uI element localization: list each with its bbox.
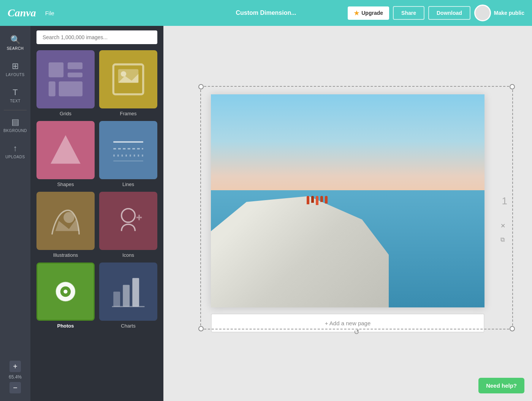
photo-figures — [307, 196, 328, 205]
canvas-area[interactable]: ↺ 1 ✕ ⧉ + Add a new page — [163, 26, 532, 401]
sidebar-item-text[interactable]: T TEXT — [0, 82, 30, 108]
figure-4 — [320, 196, 323, 202]
svg-rect-1 — [68, 62, 82, 69]
svg-rect-19 — [123, 285, 130, 307]
shapes-thumbnail — [36, 121, 95, 179]
photos-label: Photos — [57, 323, 74, 329]
main-layout: 🔍 SEARCH ⊞ LAYOUTS T TEXT ▤ BKGROUND ↑ U… — [0, 26, 532, 401]
add-page-button[interactable]: + Add a new page — [211, 313, 484, 333]
panel-item-lines[interactable]: Lines — [99, 121, 157, 187]
icon-sidebar: 🔍 SEARCH ⊞ LAYOUTS T TEXT ▤ BKGROUND ↑ U… — [0, 26, 30, 401]
sidebar-divider — [4, 110, 27, 110]
download-button[interactable]: Download — [428, 6, 470, 20]
panel-item-icons[interactable]: Icons — [99, 192, 157, 258]
canva-logo: Canva — [8, 7, 36, 19]
search-icon: 🔍 — [10, 35, 21, 45]
panel-item-grids[interactable]: Grids — [36, 50, 95, 116]
star-icon: ★ — [354, 10, 359, 17]
share-button[interactable]: Share — [393, 6, 424, 20]
uploads-icon: ↑ — [13, 143, 17, 153]
handle-top-right[interactable] — [510, 84, 515, 89]
file-menu[interactable]: File — [45, 10, 54, 16]
header: Canva File Custom Dimension... ★ Upgrade… — [0, 0, 532, 26]
search-input[interactable] — [36, 30, 157, 44]
svg-marker-8 — [51, 135, 81, 164]
background-icon: ▤ — [11, 117, 19, 127]
sidebar-item-layouts[interactable]: ⊞ LAYOUTS — [0, 56, 30, 82]
figure-5 — [325, 196, 328, 204]
canvas-right-tools: ✕ ⧉ — [500, 222, 505, 243]
header-actions: ★ Upgrade Share Download Make public — [348, 5, 524, 21]
canvas-tool-copy[interactable]: ⧉ — [500, 236, 505, 243]
svg-point-17 — [63, 290, 67, 293]
sidebar-item-search[interactable]: 🔍 SEARCH — [0, 30, 30, 56]
panel-item-frames[interactable]: Frames — [99, 50, 157, 116]
zoom-section: + 65.4% − — [9, 361, 22, 401]
handle-bottom-left[interactable] — [198, 326, 204, 331]
handle-bottom-right[interactable] — [510, 326, 515, 331]
illustrations-label: Illustrations — [53, 252, 78, 258]
upgrade-button[interactable]: ★ Upgrade — [348, 6, 389, 20]
charts-label: Charts — [121, 323, 135, 329]
svg-rect-0 — [49, 62, 63, 77]
document-title[interactable]: Custom Dimension... — [236, 10, 296, 16]
make-public-button[interactable]: Make public — [474, 5, 524, 21]
handle-top-left[interactable] — [198, 84, 204, 89]
frames-label: Frames — [120, 111, 136, 116]
text-icon: T — [13, 88, 17, 97]
svg-point-7 — [121, 71, 126, 76]
lines-label: Lines — [122, 181, 134, 187]
design-canvas[interactable]: ↺ 1 ✕ ⧉ — [211, 94, 484, 307]
illustrations-thumbnail — [36, 192, 95, 250]
panel-item-charts[interactable]: Charts — [99, 263, 157, 329]
svg-rect-2 — [68, 73, 82, 77]
zoom-value: 65.4% — [9, 374, 22, 380]
icons-thumbnail — [99, 192, 157, 250]
panel-item-photos[interactable]: Photos — [36, 263, 95, 329]
toggle-icon — [474, 5, 491, 21]
canvas-tool-delete[interactable]: ✕ — [500, 222, 505, 229]
panel-item-shapes[interactable]: Shapes — [36, 121, 95, 187]
svg-rect-4 — [59, 81, 82, 96]
zoom-out-button[interactable]: − — [10, 382, 21, 393]
page-number: 1 — [502, 195, 507, 207]
zoom-in-button[interactable]: + — [10, 361, 21, 372]
photos-thumbnail — [36, 263, 95, 321]
sidebar-item-uploads[interactable]: ↑ UPLOADS — [0, 138, 30, 164]
panel-item-illustrations[interactable]: Illustrations — [36, 192, 95, 258]
figure-3 — [316, 196, 318, 205]
panel-sidebar: Grids Frames — [30, 26, 163, 401]
svg-point-13 — [63, 212, 74, 223]
svg-rect-18 — [113, 292, 120, 307]
grids-label: Grids — [60, 111, 71, 116]
canvas-wrapper: ↺ 1 ✕ ⧉ + Add a new page — [211, 94, 484, 333]
sidebar-item-background[interactable]: ▤ BKGROUND — [0, 112, 30, 138]
icons-label: Icons — [122, 252, 134, 258]
svg-rect-20 — [132, 278, 139, 307]
svg-rect-3 — [49, 81, 55, 96]
layouts-icon: ⊞ — [12, 61, 19, 71]
figure-2 — [311, 196, 314, 203]
panel-grid: Grids Frames — [36, 50, 157, 329]
svg-point-14 — [122, 208, 135, 222]
figure-1 — [307, 196, 309, 204]
grids-thumbnail — [36, 50, 95, 108]
need-help-button[interactable]: Need help? — [478, 378, 524, 393]
charts-thumbnail — [99, 263, 157, 321]
lines-thumbnail — [99, 121, 157, 179]
frames-thumbnail — [99, 50, 157, 108]
shapes-label: Shapes — [57, 181, 74, 187]
